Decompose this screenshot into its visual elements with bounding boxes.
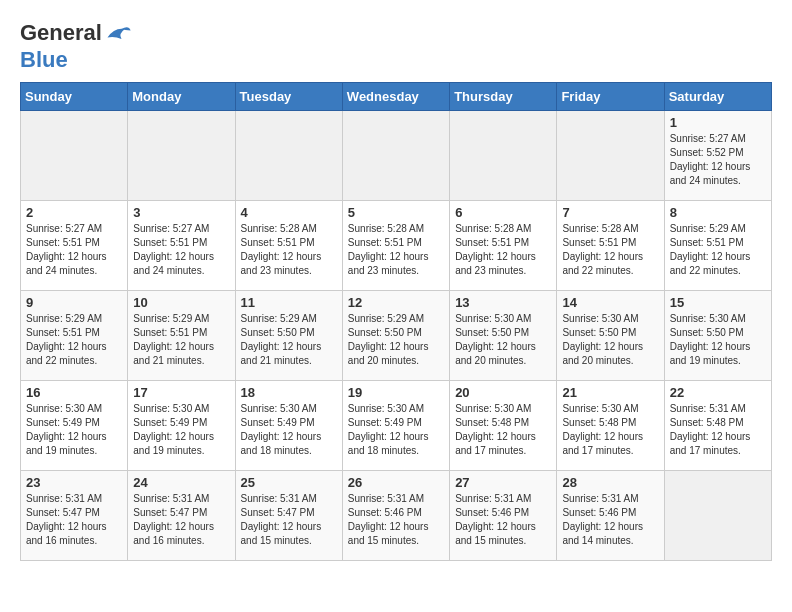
day-info: Sunrise: 5:30 AM Sunset: 5:50 PM Dayligh… xyxy=(670,312,766,368)
day-info: Sunrise: 5:27 AM Sunset: 5:51 PM Dayligh… xyxy=(26,222,122,278)
header-cell-saturday: Saturday xyxy=(664,83,771,111)
day-cell: 21Sunrise: 5:30 AM Sunset: 5:48 PM Dayli… xyxy=(557,381,664,471)
header-cell-sunday: Sunday xyxy=(21,83,128,111)
day-info: Sunrise: 5:29 AM Sunset: 5:50 PM Dayligh… xyxy=(348,312,444,368)
day-number: 15 xyxy=(670,295,766,310)
day-info: Sunrise: 5:30 AM Sunset: 5:48 PM Dayligh… xyxy=(562,402,658,458)
day-number: 20 xyxy=(455,385,551,400)
logo-general: General xyxy=(20,20,102,45)
day-number: 22 xyxy=(670,385,766,400)
day-info: Sunrise: 5:28 AM Sunset: 5:51 PM Dayligh… xyxy=(241,222,337,278)
day-info: Sunrise: 5:31 AM Sunset: 5:46 PM Dayligh… xyxy=(348,492,444,548)
header-cell-monday: Monday xyxy=(128,83,235,111)
logo-text: GeneralBlue xyxy=(20,20,132,72)
header-cell-wednesday: Wednesday xyxy=(342,83,449,111)
week-row-4: 16Sunrise: 5:30 AM Sunset: 5:49 PM Dayli… xyxy=(21,381,772,471)
day-info: Sunrise: 5:31 AM Sunset: 5:48 PM Dayligh… xyxy=(670,402,766,458)
day-number: 17 xyxy=(133,385,229,400)
day-cell: 9Sunrise: 5:29 AM Sunset: 5:51 PM Daylig… xyxy=(21,291,128,381)
day-info: Sunrise: 5:31 AM Sunset: 5:47 PM Dayligh… xyxy=(241,492,337,548)
logo: GeneralBlue xyxy=(20,20,132,72)
week-row-1: 1Sunrise: 5:27 AM Sunset: 5:52 PM Daylig… xyxy=(21,111,772,201)
day-info: Sunrise: 5:29 AM Sunset: 5:51 PM Dayligh… xyxy=(670,222,766,278)
day-number: 12 xyxy=(348,295,444,310)
day-info: Sunrise: 5:30 AM Sunset: 5:49 PM Dayligh… xyxy=(348,402,444,458)
day-info: Sunrise: 5:30 AM Sunset: 5:49 PM Dayligh… xyxy=(26,402,122,458)
day-info: Sunrise: 5:29 AM Sunset: 5:50 PM Dayligh… xyxy=(241,312,337,368)
day-info: Sunrise: 5:28 AM Sunset: 5:51 PM Dayligh… xyxy=(348,222,444,278)
day-number: 24 xyxy=(133,475,229,490)
header-cell-thursday: Thursday xyxy=(450,83,557,111)
day-cell: 5Sunrise: 5:28 AM Sunset: 5:51 PM Daylig… xyxy=(342,201,449,291)
day-cell: 13Sunrise: 5:30 AM Sunset: 5:50 PM Dayli… xyxy=(450,291,557,381)
day-number: 3 xyxy=(133,205,229,220)
day-number: 8 xyxy=(670,205,766,220)
day-cell: 25Sunrise: 5:31 AM Sunset: 5:47 PM Dayli… xyxy=(235,471,342,561)
calendar-table: SundayMondayTuesdayWednesdayThursdayFrid… xyxy=(20,82,772,561)
day-number: 14 xyxy=(562,295,658,310)
day-info: Sunrise: 5:27 AM Sunset: 5:52 PM Dayligh… xyxy=(670,132,766,188)
week-row-3: 9Sunrise: 5:29 AM Sunset: 5:51 PM Daylig… xyxy=(21,291,772,381)
day-number: 5 xyxy=(348,205,444,220)
day-info: Sunrise: 5:31 AM Sunset: 5:46 PM Dayligh… xyxy=(562,492,658,548)
week-row-5: 23Sunrise: 5:31 AM Sunset: 5:47 PM Dayli… xyxy=(21,471,772,561)
day-info: Sunrise: 5:30 AM Sunset: 5:50 PM Dayligh… xyxy=(455,312,551,368)
day-cell: 22Sunrise: 5:31 AM Sunset: 5:48 PM Dayli… xyxy=(664,381,771,471)
page-header: GeneralBlue xyxy=(20,20,772,72)
day-number: 9 xyxy=(26,295,122,310)
day-number: 4 xyxy=(241,205,337,220)
header-cell-friday: Friday xyxy=(557,83,664,111)
day-number: 10 xyxy=(133,295,229,310)
day-cell: 4Sunrise: 5:28 AM Sunset: 5:51 PM Daylig… xyxy=(235,201,342,291)
day-cell: 17Sunrise: 5:30 AM Sunset: 5:49 PM Dayli… xyxy=(128,381,235,471)
day-cell: 24Sunrise: 5:31 AM Sunset: 5:47 PM Dayli… xyxy=(128,471,235,561)
day-cell: 27Sunrise: 5:31 AM Sunset: 5:46 PM Dayli… xyxy=(450,471,557,561)
day-info: Sunrise: 5:30 AM Sunset: 5:48 PM Dayligh… xyxy=(455,402,551,458)
day-info: Sunrise: 5:31 AM Sunset: 5:47 PM Dayligh… xyxy=(26,492,122,548)
day-number: 21 xyxy=(562,385,658,400)
day-info: Sunrise: 5:31 AM Sunset: 5:46 PM Dayligh… xyxy=(455,492,551,548)
day-number: 6 xyxy=(455,205,551,220)
day-number: 7 xyxy=(562,205,658,220)
day-cell: 3Sunrise: 5:27 AM Sunset: 5:51 PM Daylig… xyxy=(128,201,235,291)
logo-blue: Blue xyxy=(20,47,68,72)
day-cell: 19Sunrise: 5:30 AM Sunset: 5:49 PM Dayli… xyxy=(342,381,449,471)
day-cell xyxy=(235,111,342,201)
day-cell xyxy=(342,111,449,201)
day-info: Sunrise: 5:27 AM Sunset: 5:51 PM Dayligh… xyxy=(133,222,229,278)
header-cell-tuesday: Tuesday xyxy=(235,83,342,111)
day-info: Sunrise: 5:29 AM Sunset: 5:51 PM Dayligh… xyxy=(133,312,229,368)
day-cell: 10Sunrise: 5:29 AM Sunset: 5:51 PM Dayli… xyxy=(128,291,235,381)
day-number: 11 xyxy=(241,295,337,310)
day-info: Sunrise: 5:29 AM Sunset: 5:51 PM Dayligh… xyxy=(26,312,122,368)
day-number: 16 xyxy=(26,385,122,400)
day-number: 28 xyxy=(562,475,658,490)
day-cell: 6Sunrise: 5:28 AM Sunset: 5:51 PM Daylig… xyxy=(450,201,557,291)
day-number: 1 xyxy=(670,115,766,130)
day-cell xyxy=(21,111,128,201)
day-cell: 28Sunrise: 5:31 AM Sunset: 5:46 PM Dayli… xyxy=(557,471,664,561)
day-number: 2 xyxy=(26,205,122,220)
logo-bird-icon xyxy=(104,20,132,48)
day-info: Sunrise: 5:30 AM Sunset: 5:49 PM Dayligh… xyxy=(133,402,229,458)
day-info: Sunrise: 5:30 AM Sunset: 5:49 PM Dayligh… xyxy=(241,402,337,458)
day-cell: 12Sunrise: 5:29 AM Sunset: 5:50 PM Dayli… xyxy=(342,291,449,381)
day-cell: 14Sunrise: 5:30 AM Sunset: 5:50 PM Dayli… xyxy=(557,291,664,381)
day-cell: 23Sunrise: 5:31 AM Sunset: 5:47 PM Dayli… xyxy=(21,471,128,561)
day-cell xyxy=(128,111,235,201)
day-number: 13 xyxy=(455,295,551,310)
day-info: Sunrise: 5:28 AM Sunset: 5:51 PM Dayligh… xyxy=(455,222,551,278)
day-cell: 18Sunrise: 5:30 AM Sunset: 5:49 PM Dayli… xyxy=(235,381,342,471)
day-cell: 2Sunrise: 5:27 AM Sunset: 5:51 PM Daylig… xyxy=(21,201,128,291)
day-info: Sunrise: 5:30 AM Sunset: 5:50 PM Dayligh… xyxy=(562,312,658,368)
day-cell: 7Sunrise: 5:28 AM Sunset: 5:51 PM Daylig… xyxy=(557,201,664,291)
day-cell xyxy=(450,111,557,201)
day-cell: 1Sunrise: 5:27 AM Sunset: 5:52 PM Daylig… xyxy=(664,111,771,201)
day-number: 27 xyxy=(455,475,551,490)
day-number: 19 xyxy=(348,385,444,400)
day-cell: 20Sunrise: 5:30 AM Sunset: 5:48 PM Dayli… xyxy=(450,381,557,471)
day-info: Sunrise: 5:28 AM Sunset: 5:51 PM Dayligh… xyxy=(562,222,658,278)
day-number: 23 xyxy=(26,475,122,490)
day-cell: 8Sunrise: 5:29 AM Sunset: 5:51 PM Daylig… xyxy=(664,201,771,291)
day-number: 18 xyxy=(241,385,337,400)
